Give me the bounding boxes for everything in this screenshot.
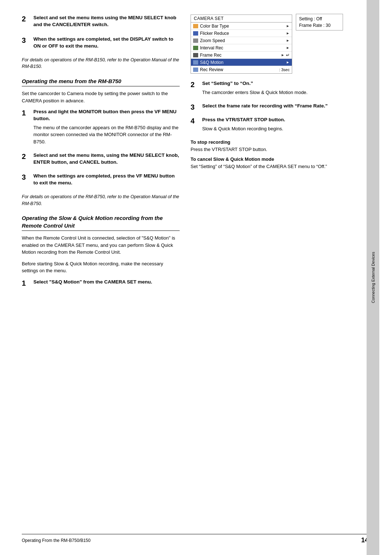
rm750-step1: 1 Press and light the MONITOR button the… (22, 109, 180, 147)
popup-panel: Setting : Off Frame Rate : 30 (296, 14, 343, 30)
section-sqmotion-heading-text: Operating the Slow & Quick Motion record… (22, 215, 163, 229)
left-column: 2 Select and set the menu items using th… (22, 15, 180, 293)
page-footer: Operating From the RM-B750/B150 141 (22, 534, 372, 544)
framerec-arrow: ► (281, 53, 285, 57)
popup-framerate-row: Frame Rate : 30 (299, 22, 340, 29)
top-step2: 2 Select and set the menu items using th… (22, 15, 180, 30)
right-step4-title: Press the VTR/START STOP button. (202, 117, 348, 123)
popup-setting-row: Setting : Off (299, 16, 340, 22)
right-step3: 3 Select the frame rate for recording wi… (191, 103, 348, 111)
sqmotion-step1-title: Select "S&Q Motion" from the CAMERA SET … (33, 279, 180, 286)
interval-arrow: ► (286, 46, 290, 50)
flicker-icon (193, 31, 198, 36)
rm750-step3-content: When the settings are completed, press t… (33, 173, 180, 188)
recreview-icon (193, 68, 198, 72)
zoom-arrow: ► (286, 38, 290, 42)
sqmotion-step1-num: 1 (22, 279, 32, 287)
right-step4: 4 Press the VTR/START STOP button. Slow … (191, 117, 348, 134)
menu-row-interval: Interval Rec ► (191, 44, 292, 52)
step-number-2-top: 2 (22, 15, 32, 23)
step-number-3-top: 3 (22, 36, 32, 45)
sqmotion-step1-content: Select "S&Q Motion" from the CAMERA SET … (33, 279, 180, 287)
sqmotion-label: S&Q Motion (200, 60, 285, 65)
section-sqmotion-intro1: When the Remote Control Unit is connecte… (22, 234, 180, 256)
menu-row-recreview: Rec Review : 3sec (191, 66, 292, 73)
footer-text: Operating From the RM-B750/B150 (22, 538, 90, 543)
page-container: 2 Select and set the menu items using th… (0, 0, 392, 555)
flicker-label: Flicker Reduce (200, 31, 285, 36)
rm750-step3-num: 3 (22, 173, 32, 181)
right-step2-body: The camcorder enters Slow & Quick Motion… (202, 89, 348, 96)
side-tab: Connecting External Devices (367, 0, 379, 555)
rm750-step3: 3 When the settings are completed, press… (22, 173, 180, 188)
colorbar-icon (193, 24, 198, 28)
rm750-step1-title: Press and light the MONITOR button then … (33, 109, 180, 122)
section-sqmotion-heading: Operating the Slow & Quick Motion record… (22, 214, 180, 231)
rm750-step2-title: Select and set the menu items, using the… (33, 152, 180, 166)
right-step3-content: Select the frame rate for recording with… (202, 103, 348, 111)
camera-menu-title: CAMERA SET (191, 15, 292, 23)
recreview-value: : 3sec (279, 68, 290, 72)
section-rm750-heading-text: Operating the menu from the RM-B750 (22, 78, 121, 84)
interval-icon (193, 46, 198, 50)
section-rm750-intro: Set the camcorder to Camera mode by sett… (22, 90, 180, 104)
rm750-step1-body: The menu of the camcorder appears on the… (33, 124, 180, 146)
right-step4-body: Slow & Quick Motion recording begins. (202, 125, 348, 132)
main-content: 2 Select and set the menu items using th… (0, 0, 367, 555)
side-tab-label: Connecting External Devices (371, 252, 375, 303)
right-step2-title: Set “Setting” to “On.” (202, 80, 348, 87)
colorbar-label: Color Bar Type (200, 24, 285, 29)
right-step2-content: Set “Setting” to “On.” The camcorder ent… (202, 80, 348, 98)
rm750-step2-content: Select and set the menu items, using the… (33, 152, 180, 168)
sqmotion-icon (193, 60, 198, 65)
menu-row-colorbar: Color Bar Type ► (191, 23, 292, 30)
right-column: CAMERA SET Color Bar Type ► Flicker Redu… (191, 15, 348, 293)
camera-menu-box: CAMERA SET Color Bar Type ► Flicker Redu… (191, 15, 292, 74)
flicker-arrow: ► (286, 31, 290, 35)
recreview-label: Rec Review (200, 67, 279, 72)
step-content-3-top: When the settings are completed, set the… (33, 36, 180, 52)
top-step3: 3 When the settings are completed, set t… (22, 36, 180, 52)
zoom-label: Zoom Speed (200, 38, 285, 43)
framerec-return: ↵ (286, 53, 290, 58)
rm750-step1-content: Press and light the MONITOR button then … (33, 109, 180, 147)
right-step4-content: Press the VTR/START STOP button. Slow & … (202, 117, 348, 134)
menu-row-sqmotion: S&Q Motion ► (191, 59, 292, 66)
sub-cancel-body: Set “Setting” of “S&Q Motion” of the CAM… (191, 163, 348, 170)
sqmotion-arrow: ► (286, 60, 290, 64)
framerec-icon (193, 53, 198, 57)
sqmotion-step1: 1 Select "S&Q Motion" from the CAMERA SE… (22, 279, 180, 287)
menu-row-zoom: Zoom Speed ► (191, 37, 292, 44)
rm750-step2-num: 2 (22, 152, 32, 161)
step-title-3-top: When the settings are completed, set the… (33, 36, 180, 50)
rm750-step3-title: When the settings are completed, press t… (33, 173, 180, 187)
colorbar-arrow: ► (286, 24, 290, 28)
sub-cancel-heading: To cancel Slow & Quick Motion mode (191, 156, 348, 162)
right-step3-title: Select the frame rate for recording with… (202, 103, 348, 110)
section-sqmotion-intro2: Before starting Slow & Quick Motion reco… (22, 260, 180, 274)
sub-stop-heading: To stop recording (191, 139, 348, 145)
zoom-icon (193, 38, 198, 43)
rm750-step2: 2 Select and set the menu items, using t… (22, 152, 180, 168)
rm750-step1-num: 1 (22, 109, 32, 117)
right-step3-num: 3 (191, 103, 201, 111)
menu-row-flicker: Flicker Reduce ► (191, 30, 292, 37)
step-title-2-top: Select and set the menu items using the … (33, 15, 180, 28)
right-step4-num: 4 (191, 117, 201, 125)
sub-stop-body: Press the VTR/START STOP button. (191, 146, 348, 153)
rm750-note: For details on operations of the RM-B750… (22, 193, 180, 207)
two-col-top: 2 Select and set the menu items using th… (22, 15, 348, 293)
framerec-label: Frame Rec (200, 53, 279, 58)
section-rm750-heading: Operating the menu from the RM-B750 (22, 77, 180, 86)
step-content-2-top: Select and set the menu items using the … (33, 15, 180, 30)
camera-menu-title-text: CAMERA SET (194, 16, 224, 21)
interval-label: Interval Rec (200, 45, 285, 50)
camera-menu-area: CAMERA SET Color Bar Type ► Flicker Redu… (191, 15, 348, 80)
right-step2: 2 Set “Setting” to “On.” The camcorder e… (191, 80, 348, 98)
menu-row-framerec: Frame Rec ► ↵ (191, 52, 292, 59)
top-note: For details on operations of the RM-B150… (22, 57, 180, 70)
right-step2-num: 2 (191, 80, 201, 89)
